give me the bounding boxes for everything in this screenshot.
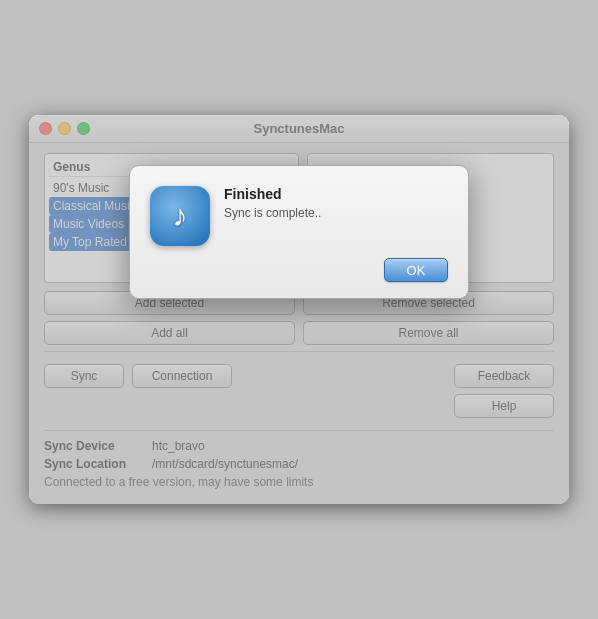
modal-text-block: Finished Sync is complete.. <box>224 186 448 220</box>
modal-icon <box>150 186 210 246</box>
modal-title: Finished <box>224 186 448 202</box>
main-window: SynctunesMac Genus 90's Music Classical … <box>29 115 569 504</box>
modal-body: Finished Sync is complete.. <box>150 186 448 246</box>
ok-button[interactable]: OK <box>384 258 448 282</box>
modal-footer: OK <box>150 258 448 282</box>
modal-dialog: Finished Sync is complete.. OK <box>129 165 469 299</box>
modal-overlay: Finished Sync is complete.. OK <box>29 115 569 504</box>
modal-message: Sync is complete.. <box>224 206 448 220</box>
